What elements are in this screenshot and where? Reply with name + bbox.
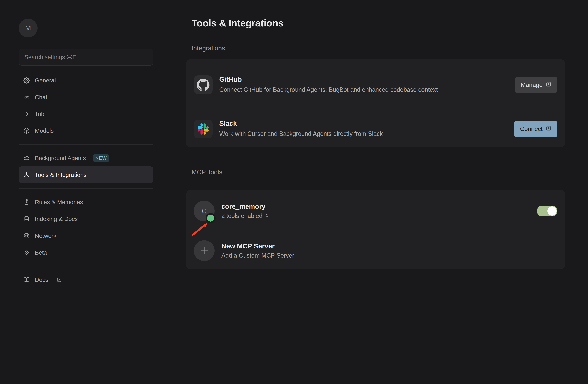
toggle-knob xyxy=(547,206,557,216)
settings-window: M General Chat Tab xyxy=(0,0,588,384)
new-mcp-server-title: New MCP Server xyxy=(221,243,557,250)
sidebar-divider xyxy=(19,188,153,189)
new-mcp-server-row[interactable]: New MCP Server Add a Custom MCP Server xyxy=(186,232,565,269)
sidebar-item-label: Background Agents xyxy=(35,155,86,162)
new-badge: NEW xyxy=(93,154,109,162)
mcp-section-label: MCP Tools xyxy=(191,169,222,176)
node-tree-icon xyxy=(23,172,30,178)
cube-icon xyxy=(23,128,30,134)
gear-icon xyxy=(23,77,30,83)
clipboard-icon xyxy=(23,199,30,205)
external-link-icon xyxy=(546,81,552,89)
integrations-section-label: Integrations xyxy=(191,45,225,52)
sidebar-nav: General Chat Tab Models xyxy=(19,72,153,288)
sidebar: M General Chat Tab xyxy=(19,19,153,288)
mcp-server-status: 2 tools enabled xyxy=(221,212,262,219)
double-chevron-icon xyxy=(23,249,30,256)
connect-button-label: Connect xyxy=(520,125,543,132)
avatar[interactable]: M xyxy=(19,19,38,38)
integration-name: GitHub xyxy=(219,76,515,83)
sidebar-item-label: Tab xyxy=(35,111,44,117)
sidebar-item-docs[interactable]: Docs xyxy=(19,271,153,288)
mcp-server-name: core_memory xyxy=(221,203,537,210)
server-avatar: C xyxy=(194,201,215,222)
integration-row-github: GitHub Connect GitHub for Background Age… xyxy=(186,59,565,111)
page-title: Tools & Integrations xyxy=(191,17,283,29)
search-input[interactable] xyxy=(19,49,153,66)
database-icon xyxy=(23,216,30,222)
sidebar-item-tab[interactable]: Tab xyxy=(19,106,153,122)
sidebar-item-general[interactable]: General xyxy=(19,72,153,89)
sidebar-item-label: Models xyxy=(35,127,54,134)
infinity-icon xyxy=(23,94,30,100)
expand-tools-icon[interactable] xyxy=(265,212,270,219)
sidebar-item-label: Indexing & Docs xyxy=(35,216,78,222)
status-dot-online xyxy=(206,213,216,223)
mcp-tools-card: C core_memory 2 tools enabled xyxy=(186,190,565,269)
sidebar-item-background-agents[interactable]: Background Agents NEW xyxy=(19,150,153,166)
sidebar-item-label: Rules & Memories xyxy=(35,199,83,205)
sidebar-divider xyxy=(19,266,153,266)
slack-icon xyxy=(194,120,213,138)
globe-icon xyxy=(23,233,30,239)
integrations-card: GitHub Connect GitHub for Background Age… xyxy=(186,59,565,147)
book-icon xyxy=(23,277,30,283)
integration-description: Work with Cursor and Background Agents d… xyxy=(219,129,509,138)
sidebar-item-label: Beta xyxy=(35,249,47,256)
integration-description: Connect GitHub for Background Agents, Bu… xyxy=(219,85,509,94)
sidebar-item-tools-integrations[interactable]: Tools & Integrations xyxy=(19,166,153,183)
sidebar-item-models[interactable]: Models xyxy=(19,122,153,139)
cloud-icon xyxy=(23,155,30,161)
manage-button-label: Manage xyxy=(521,81,543,88)
sidebar-item-label: Network xyxy=(35,232,56,239)
integration-name: Slack xyxy=(219,120,514,127)
sidebar-item-chat[interactable]: Chat xyxy=(19,89,153,106)
mcp-server-row: C core_memory 2 tools enabled xyxy=(186,190,565,232)
manage-button[interactable]: Manage xyxy=(515,77,557,93)
sidebar-item-beta[interactable]: Beta xyxy=(19,244,153,261)
sidebar-item-rules-memories[interactable]: Rules & Memories xyxy=(19,194,153,210)
server-enabled-toggle[interactable] xyxy=(537,206,557,216)
tab-arrow-icon xyxy=(23,111,30,117)
sidebar-item-label: Tools & Integrations xyxy=(35,171,86,178)
avatar-initial: M xyxy=(25,24,31,32)
external-link-icon xyxy=(546,125,552,133)
sidebar-item-indexing-docs[interactable]: Indexing & Docs xyxy=(19,210,153,227)
sidebar-divider xyxy=(19,144,153,145)
sidebar-item-network[interactable]: Network xyxy=(19,227,153,244)
new-mcp-server-subtitle: Add a Custom MCP Server xyxy=(221,252,294,259)
external-link-icon xyxy=(56,277,62,283)
github-icon xyxy=(194,76,213,94)
sidebar-item-label: General xyxy=(35,77,56,84)
sidebar-item-label: Chat xyxy=(35,94,47,101)
plus-icon xyxy=(194,240,215,261)
server-avatar-initial: C xyxy=(202,207,207,215)
sidebar-item-label: Docs xyxy=(35,276,48,283)
connect-button[interactable]: Connect xyxy=(514,121,557,137)
integration-row-slack: Slack Work with Cursor and Background Ag… xyxy=(186,111,565,147)
